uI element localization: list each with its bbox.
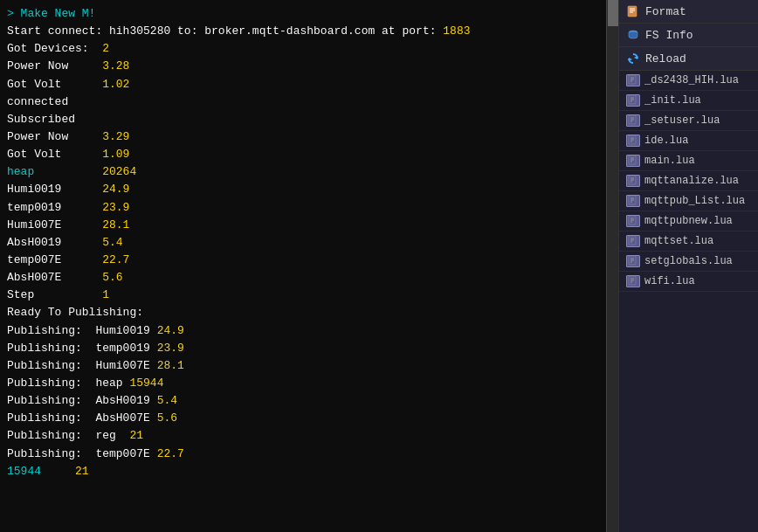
terminal-line: Got Volt 1.02 xyxy=(7,76,599,93)
terminal-line: Publishing: Humi007E 28.1 xyxy=(7,357,599,375)
file-name-label: setglobals.lua xyxy=(644,255,733,267)
terminal-line: heap 20264 xyxy=(7,163,599,181)
file-name-label: mqttpubnew.lua xyxy=(644,215,733,227)
terminal-line: Publishing: temp0019 23.9 xyxy=(7,340,599,357)
terminal-line: Start connect: hih305280 to: broker.mqtt… xyxy=(7,23,599,40)
lua-file-icon xyxy=(626,155,640,167)
terminal-line: Publishing: AbsH0019 5.4 xyxy=(7,392,599,410)
sidebar-btn-fs info[interactable]: FS Info xyxy=(619,24,758,47)
sidebar-file-item[interactable]: _setuser.lua xyxy=(619,111,758,131)
reload-icon xyxy=(626,52,640,66)
lua-file-icon xyxy=(626,94,640,107)
file-name-label: ide.lua xyxy=(644,135,688,147)
terminal-line: Power Now 3.28 xyxy=(7,58,599,75)
terminal-line: temp007E 22.7 xyxy=(7,252,599,269)
lua-file-icon xyxy=(626,275,640,287)
terminal-line: Power Now 3.29 xyxy=(7,128,599,146)
file-name-label: _setuser.lua xyxy=(644,114,720,127)
sidebar-file-item[interactable]: setglobals.lua xyxy=(619,252,758,272)
file-name-label: mqttanalize.lua xyxy=(644,175,739,187)
sidebar-btn-label: Format xyxy=(645,5,686,18)
terminal-line: AbsH0019 5.4 xyxy=(7,234,599,252)
format-icon xyxy=(626,4,640,18)
sidebar-btn-label: Reload xyxy=(645,52,686,66)
scrollbar-thumb[interactable] xyxy=(608,0,618,26)
sidebar-file-item[interactable]: ide.lua xyxy=(619,131,758,151)
sidebar-file-item[interactable]: mqttanalize.lua xyxy=(619,171,758,191)
sidebar-file-item[interactable]: _init.lua xyxy=(619,91,758,111)
terminal-line: connected xyxy=(7,93,599,111)
terminal-line: Humi0019 24.9 xyxy=(7,181,599,198)
lua-file-icon xyxy=(626,135,640,147)
file-name-label: wifi.lua xyxy=(644,275,695,287)
terminal-line: Publishing: reg 21 xyxy=(7,427,599,445)
lua-file-icon xyxy=(626,175,640,187)
lua-file-icon xyxy=(626,114,640,127)
file-name-label: main.lua xyxy=(644,155,695,167)
sidebar-btn-format[interactable]: Format xyxy=(619,0,758,24)
terminal-line: 15944 21 xyxy=(7,463,599,480)
terminal-line: Subscribed xyxy=(7,111,599,128)
sidebar-btn-label: FS Info xyxy=(645,29,693,42)
sidebar-btn-reload[interactable]: Reload xyxy=(619,47,758,71)
terminal-line: Publishing: temp007E 22.7 xyxy=(7,446,599,463)
svg-marker-5 xyxy=(634,56,637,59)
lua-file-icon xyxy=(626,195,640,207)
scrollbar-track[interactable] xyxy=(606,0,618,532)
svg-marker-6 xyxy=(629,58,632,61)
file-name-label: mqttset.lua xyxy=(644,235,713,247)
sidebar-file-item[interactable]: mqttpubnew.lua xyxy=(619,211,758,231)
lua-file-icon xyxy=(626,215,640,227)
file-name-label: _init.lua xyxy=(644,94,701,107)
sidebar-file-item[interactable]: mqttset.lua xyxy=(619,231,758,252)
terminal-line: Publishing: heap 15944 xyxy=(7,375,599,392)
terminal-line: temp0019 23.9 xyxy=(7,199,599,217)
terminal-line: Publishing: AbsH007E 5.6 xyxy=(7,410,599,427)
terminal-area: > Make New M!Start connect: hih305280 to… xyxy=(0,0,606,532)
terminal-line: Got Devices: 2 xyxy=(7,40,599,58)
fs info-icon xyxy=(626,28,640,42)
svg-rect-0 xyxy=(628,6,637,17)
terminal-line: > Make New M! xyxy=(7,5,599,23)
sidebar-file-item[interactable]: main.lua xyxy=(619,151,758,171)
sidebar-file-item[interactable]: wifi.lua xyxy=(619,272,758,292)
terminal-line: Step 1 xyxy=(7,287,599,304)
lua-file-icon xyxy=(626,74,640,86)
terminal-line: Humi007E 28.1 xyxy=(7,217,599,234)
sidebar-file-item[interactable]: _ds2438_HIH.lua xyxy=(619,71,758,91)
file-name-label: mqttpub_List.lua xyxy=(644,195,745,207)
sidebar-file-item[interactable]: mqttpub_List.lua xyxy=(619,191,758,211)
lua-file-icon xyxy=(626,255,640,267)
file-name-label: _ds2438_HIH.lua xyxy=(644,74,739,86)
lua-file-icon xyxy=(626,235,640,247)
terminal-scroll[interactable]: > Make New M!Start connect: hih305280 to… xyxy=(0,0,606,532)
terminal-line: AbsH007E 5.6 xyxy=(7,269,599,287)
terminal-line: Ready To Publishing: xyxy=(7,304,599,321)
sidebar: FormatFS InfoReload _ds2438_HIH.lua_init… xyxy=(618,0,758,532)
terminal-line: Got Volt 1.09 xyxy=(7,146,599,163)
terminal-line: Publishing: Humi0019 24.9 xyxy=(7,322,599,340)
